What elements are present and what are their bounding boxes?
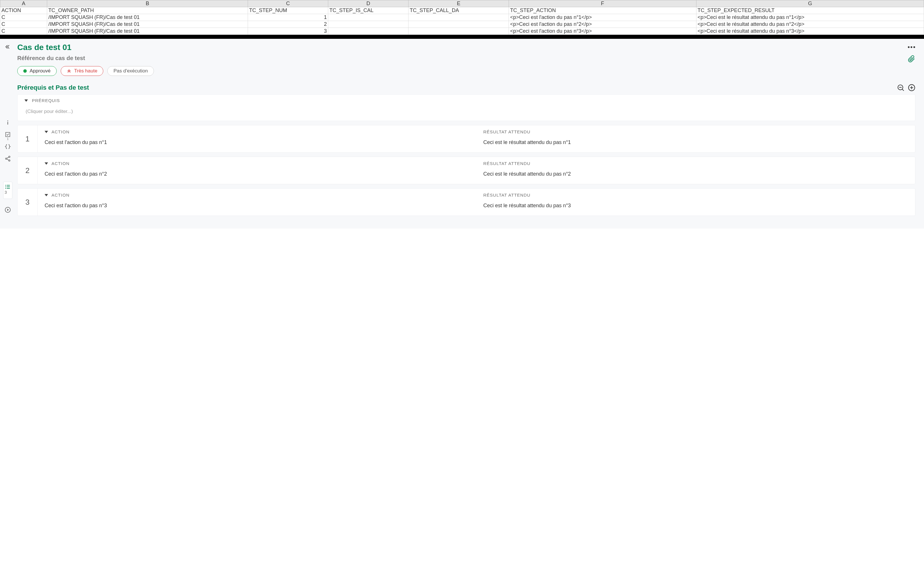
cell[interactable]: <p>Ceci est l'action du pas n°2</p> [509,21,697,28]
double-chevron-up-icon [67,69,71,73]
col-header[interactable]: C [248,0,328,7]
cell[interactable]: C [0,14,47,21]
play-circle-icon [4,207,11,213]
cell[interactable]: <p>Ceci est l'action du pas n°3</p> [509,28,697,35]
svg-line-10 [902,89,904,90]
step-number: 1 [17,125,38,152]
step-result-text[interactable]: Ceci est le résultat attendu du pas n°3 [483,203,908,209]
importance-badge[interactable]: Très haute [61,66,104,76]
cell[interactable]: TC_STEP_IS_CAL [328,7,408,14]
tab-step-list[interactable]: 3 [3,182,12,199]
steps-count: 1 [7,137,9,141]
cell[interactable]: 3 [248,28,328,35]
cell[interactable]: <p>Ceci est le résultat attendu du pas n… [696,28,924,35]
tab-steps[interactable]: 1 [5,131,11,138]
cell[interactable]: /IMPORT SQUASH (FR)/Cas de test 01 [47,14,248,21]
cell[interactable]: TC_STEP_ACTION [509,7,697,14]
test-step: 2 ACTION Ceci est l'action du pas n°2 RÉ… [17,157,915,184]
cell[interactable]: C [0,21,47,28]
importance-label: Très haute [74,68,98,74]
step-action-text[interactable]: Ceci est l'action du pas n°1 [45,140,469,145]
tab-executions[interactable] [4,207,11,213]
execution-badge[interactable]: Pas d'exécution [107,66,154,76]
info-icon [5,119,11,126]
svg-rect-1 [8,122,8,124]
cell[interactable] [408,14,509,21]
execution-label: Pas d'exécution [113,68,148,74]
cell[interactable]: /IMPORT SQUASH (FR)/Cas de test 01 [47,28,248,35]
more-actions-button[interactable]: ••• [908,44,916,50]
prerequisites-label: PRÉREQUIS [32,98,60,103]
add-step-button[interactable] [908,84,915,92]
testcase-reference-label[interactable]: Référence du cas de test [17,55,915,62]
status-label: Approuvé [30,68,51,74]
col-header[interactable]: D [328,0,408,7]
col-header[interactable]: A [0,0,47,7]
spreadsheet-table[interactable]: A B C D E F G ACTION TC_OWNER_PATH TC_ST… [0,0,924,35]
col-header[interactable]: F [509,0,697,7]
step-list-count: 3 [5,190,7,194]
step-action-text[interactable]: Ceci est l'action du pas n°2 [45,171,469,177]
cell[interactable]: /IMPORT SQUASH (FR)/Cas de test 01 [47,21,248,28]
action-header: ACTION [51,193,70,197]
result-header: RÉSULTAT ATTENDU [483,129,530,134]
tab-info[interactable] [5,119,11,126]
collapse-toggle[interactable] [45,131,48,133]
svg-point-5 [5,185,6,186]
collapse-toggle[interactable] [45,194,48,196]
checklist-icon [5,131,11,138]
action-header: ACTION [51,161,70,166]
test-step: 3 ACTION Ceci est l'action du pas n°3 RÉ… [17,188,915,216]
status-dot-icon [23,69,27,73]
cell[interactable]: TC_STEP_EXPECTED_RESULT [696,7,924,14]
attachments-button[interactable] [908,54,915,64]
cell[interactable] [328,14,408,21]
test-step: 1 ACTION Ceci est l'action du pas n°1 RÉ… [17,125,915,152]
cell[interactable] [328,28,408,35]
zoom-out-button[interactable] [897,84,904,92]
col-header[interactable]: G [696,0,924,7]
step-action-text[interactable]: Ceci est l'action du pas n°3 [45,203,469,209]
svg-point-0 [8,120,8,121]
section-title: Prérequis et Pas de test [17,84,89,92]
svg-point-7 [5,188,6,189]
svg-point-6 [5,187,6,187]
collapse-toggle[interactable] [25,99,28,102]
list-icon [5,184,11,190]
col-header[interactable]: E [408,0,509,7]
share-icon [5,155,11,162]
cell[interactable]: TC_STEP_CALL_DA [408,7,509,14]
step-result-text[interactable]: Ceci est le résultat attendu du pas n°2 [483,171,908,177]
testcase-title[interactable]: Cas de test 01 [17,43,915,52]
cell[interactable]: TC_STEP_NUM [248,7,328,14]
result-header: RÉSULTAT ATTENDU [483,161,530,166]
cell[interactable] [408,28,509,35]
step-number: 3 [17,188,38,216]
tab-links[interactable] [5,155,11,162]
braces-icon [5,143,11,150]
plus-circle-icon [908,84,915,92]
cell[interactable]: 2 [248,21,328,28]
status-badge[interactable]: Approuvé [17,66,57,76]
cell[interactable]: <p>Ceci est le résultat attendu du pas n… [696,14,924,21]
cell[interactable] [328,21,408,28]
collapse-toggle[interactable] [45,162,48,165]
cell[interactable]: ACTION [0,7,47,14]
paperclip-icon [908,54,915,64]
chevron-double-left-icon [5,44,10,50]
cell[interactable] [408,21,509,28]
step-result-text[interactable]: Ceci est le résultat attendu du pas n°1 [483,140,908,145]
cell[interactable]: <p>Ceci est le résultat attendu du pas n… [696,21,924,28]
tab-params[interactable] [5,143,11,150]
cell[interactable]: TC_OWNER_PATH [47,7,248,14]
spreadsheet-pane: A B C D E F G ACTION TC_OWNER_PATH TC_ST… [0,0,924,39]
cell[interactable]: 1 [248,14,328,21]
cell[interactable]: <p>Ceci est l'action du pas n°1</p> [509,14,697,21]
col-header[interactable]: B [47,0,248,7]
action-header: ACTION [51,129,70,134]
testcase-view: ••• Cas de test 01 Référence du cas de t… [0,39,924,228]
zoom-out-icon [897,84,904,92]
collapse-sidebar-button[interactable] [5,44,10,50]
cell[interactable]: C [0,28,47,35]
prerequisites-editor[interactable]: (Cliquer pour éditer...) [17,106,915,121]
